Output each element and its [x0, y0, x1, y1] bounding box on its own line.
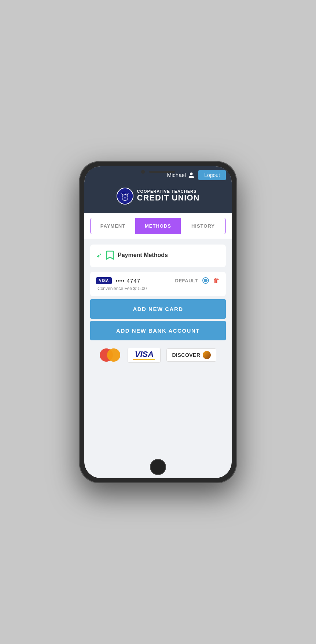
phone-home-button[interactable] — [150, 459, 166, 475]
add-new-card-button[interactable]: ADD NEW CARD — [90, 299, 226, 319]
logo-text-block: COOPERATIVE TEACHERS CREDIT UNION — [137, 189, 200, 202]
main-content: ➶ Payment Methods VISA •••• 4747 — [84, 239, 232, 478]
ctcu-icon: CTCU © — [117, 188, 133, 205]
logo-main-text: CREDIT UNION — [137, 193, 200, 202]
delete-card-icon[interactable]: 🗑 — [213, 277, 220, 285]
visa-brand-badge: VISA — [96, 277, 112, 284]
tab-history[interactable]: HISTORY — [181, 218, 225, 234]
bookmark-icon-svg — [106, 250, 114, 260]
phone-camera — [141, 170, 145, 174]
card-right-actions: DEFAULT 🗑 — [175, 277, 220, 285]
card-mask-number: •••• 4747 — [115, 278, 140, 284]
phone-device: Michael Logout CTCU — [79, 161, 237, 483]
add-new-bank-button[interactable]: ADD NEW BANK ACCOUNT — [90, 321, 226, 340]
default-label: DEFAULT — [175, 278, 198, 283]
discover-logo: DISCOVER — [166, 348, 216, 362]
radio-selected-dot — [204, 279, 207, 282]
saved-card-row: VISA •••• 4747 DEFAULT 🗑 Convenience Fee… — [90, 272, 226, 296]
bookmark-icon: ➶ — [96, 251, 102, 260]
default-radio[interactable] — [202, 277, 209, 284]
section-header: ➶ Payment Methods — [96, 250, 220, 260]
accepted-card-logos: VISA DISCOVER — [90, 348, 226, 363]
brand-logo: CTCU © COOPERATIVE TEACHERS CREDIT UNION — [117, 188, 200, 205]
section-title: Payment Methods — [118, 252, 168, 258]
phone-screen: Michael Logout CTCU — [84, 166, 232, 478]
tab-bar: PAYMENT METHODS HISTORY — [90, 218, 226, 234]
tab-payment[interactable]: PAYMENT — [91, 218, 136, 234]
tabs-wrapper: PAYMENT METHODS HISTORY — [84, 213, 232, 239]
visa-logo: VISA — [128, 348, 161, 363]
mastercard-orange-circle — [107, 348, 120, 362]
phone-speaker — [149, 171, 175, 173]
discover-circle-icon — [203, 351, 211, 359]
mastercard-logo — [100, 348, 122, 362]
payment-methods-header-card: ➶ Payment Methods — [90, 245, 226, 267]
card-top-row: VISA •••• 4747 DEFAULT 🗑 — [96, 277, 220, 285]
convenience-fee-label: Convenience Fee $15.00 — [96, 286, 220, 291]
svg-point-0 — [117, 188, 133, 204]
phone-top-bar — [84, 166, 232, 177]
discover-logo-text: DISCOVER — [172, 352, 200, 358]
ctcu-logo-circle: CTCU © — [117, 188, 133, 205]
phone-inner: Michael Logout CTCU — [84, 166, 232, 478]
visa-logo-text: VISA — [135, 350, 154, 358]
visa-logo-line — [133, 359, 155, 360]
svg-text:©: © — [124, 197, 126, 199]
tab-methods[interactable]: METHODS — [136, 218, 181, 234]
card-left-info: VISA •••• 4747 — [96, 277, 140, 284]
header-logo-section: CTCU © COOPERATIVE TEACHERS CREDIT UNION — [84, 184, 232, 213]
